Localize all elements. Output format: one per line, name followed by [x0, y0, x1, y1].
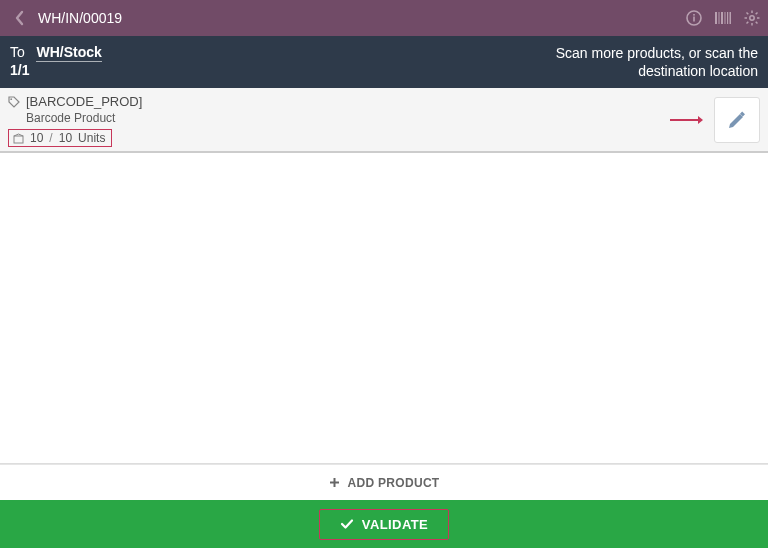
- edit-line-button[interactable]: [714, 97, 760, 143]
- svg-line-14: [747, 13, 749, 15]
- add-product-button[interactable]: ADD PRODUCT: [0, 464, 768, 500]
- quantity-box: 10 / 10 Units: [8, 129, 112, 147]
- scan-hint: Scan more products, or scan the destinat…: [556, 44, 758, 80]
- svg-point-18: [10, 98, 12, 100]
- svg-rect-8: [730, 12, 732, 24]
- svg-rect-2: [693, 14, 695, 16]
- plus-icon: [329, 477, 340, 488]
- page-counter: 1/1: [10, 62, 102, 78]
- qty-uom: Units: [78, 131, 105, 145]
- svg-rect-19: [14, 136, 23, 143]
- check-icon: [340, 518, 354, 530]
- qty-expected: 10: [59, 131, 72, 145]
- qty-done: 10: [30, 131, 43, 145]
- svg-rect-1: [693, 17, 695, 22]
- svg-line-17: [756, 13, 758, 15]
- product-line[interactable]: [BARCODE_PROD] Barcode Product 10 / 10 U…: [0, 88, 768, 153]
- add-product-label: ADD PRODUCT: [348, 476, 440, 490]
- validate-button[interactable]: VALIDATE: [319, 509, 449, 540]
- svg-rect-5: [721, 12, 723, 24]
- svg-rect-3: [715, 12, 717, 24]
- qty-separator: /: [49, 131, 52, 145]
- svg-rect-7: [727, 12, 728, 24]
- transfer-title: WH/IN/00019: [38, 10, 122, 26]
- destination-line: To WH/Stock: [10, 44, 102, 60]
- product-name: Barcode Product: [26, 111, 660, 125]
- scan-hint-line2: destination location: [556, 62, 758, 80]
- lines-area: [BARCODE_PROD] Barcode Product 10 / 10 U…: [0, 88, 768, 464]
- to-label: To: [10, 44, 25, 60]
- back-chevron-icon[interactable]: [10, 9, 28, 27]
- gear-icon[interactable]: [744, 10, 760, 26]
- validate-bar: VALIDATE: [0, 500, 768, 548]
- topbar: WH/IN/00019: [0, 0, 768, 36]
- validate-label: VALIDATE: [362, 517, 428, 532]
- svg-rect-6: [725, 12, 726, 24]
- scan-hint-line1: Scan more products, or scan the: [556, 44, 758, 62]
- tag-icon: [8, 96, 20, 108]
- package-icon: [13, 133, 24, 144]
- destination-bar: To WH/Stock 1/1 Scan more products, or s…: [0, 36, 768, 88]
- svg-line-15: [756, 22, 758, 24]
- destination-location[interactable]: WH/Stock: [36, 44, 101, 62]
- svg-point-9: [750, 16, 754, 20]
- svg-rect-4: [719, 12, 720, 24]
- barcode-icon[interactable]: [714, 11, 732, 25]
- product-code: [BARCODE_PROD]: [26, 94, 142, 109]
- topbar-right-icons: [686, 0, 760, 36]
- info-icon[interactable]: [686, 10, 702, 26]
- svg-line-16: [747, 22, 749, 24]
- arrow-right-icon: [668, 113, 704, 127]
